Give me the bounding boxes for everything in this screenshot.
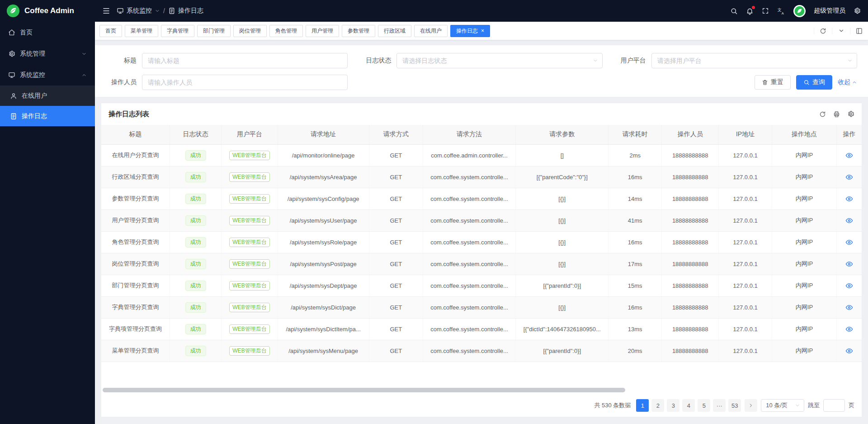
svg-text:A: A [782,11,784,15]
cell-location: 内网IP [772,296,836,318]
table-row-8: 字典项管理分页查询 成功 WEB管理后台 /api/system/sysDict… [101,318,862,340]
tab-9[interactable]: 在线用户 [414,25,448,37]
next-page-button[interactable] [745,399,757,412]
settings-gear-icon[interactable] [854,7,861,14]
app-title: Coffee Admin [24,6,74,15]
fullscreen-icon[interactable] [762,7,769,14]
cell-operator: 18888888888 [662,318,719,340]
translate-icon[interactable]: 文A [777,7,785,15]
tab-close-icon[interactable]: × [481,28,484,33]
tab-4[interactable]: 岗位管理 [233,25,267,37]
search-button[interactable]: 查询 [796,75,832,90]
tab-2[interactable]: 字典管理 [161,25,194,37]
platform-badge: WEB管理后台 [229,281,269,291]
content: 标题 日志状态 用户平台 [95,40,868,424]
cell-ip: 127.0.0.1 [719,231,772,253]
cell-method: GET [369,296,423,318]
cell-handler: com.coffee.system.controlle... [423,210,515,231]
tabbar: 首页 菜单管理 字典管理 部门管理 岗位管理 角色管理 用户管理 参数管理 行政… [95,22,868,40]
tab-1[interactable]: 菜单管理 [125,25,158,37]
avatar[interactable] [793,5,806,17]
reset-button[interactable]: 重置 [755,75,791,90]
tab-0[interactable]: 首页 [99,25,122,37]
cell-ip: 127.0.0.1 [719,253,772,275]
view-detail-eye-icon[interactable] [845,238,853,246]
view-detail-eye-icon[interactable] [845,347,853,355]
view-detail-eye-icon[interactable] [845,217,853,224]
cell-location: 内网IP [772,275,836,296]
refresh-icon[interactable] [819,111,826,118]
search-icon[interactable] [730,7,738,15]
platform-badge: WEB管理后台 [229,151,269,160]
pagination-total: 共 530 条数据 [594,401,631,410]
cell-ip: 127.0.0.1 [719,296,772,318]
notifications-bell-icon[interactable] [746,7,754,15]
cell-params: [{"parentId":0}] [516,275,609,296]
tab-7[interactable]: 参数管理 [342,25,375,37]
pagination-pages: 12345···53 [636,399,741,412]
view-detail-eye-icon[interactable] [845,152,853,159]
cell-handler: com.coffee.system.controlle... [423,275,515,296]
menu-fold-icon[interactable] [102,7,110,15]
page-button-2[interactable]: 2 [651,399,664,412]
filter-operator-field: 操作人员 [106,75,348,90]
layout-toggle-icon[interactable] [850,28,868,34]
status-select[interactable] [396,53,602,68]
view-detail-eye-icon[interactable] [845,282,853,290]
print-icon[interactable] [833,111,840,118]
page-button-···[interactable]: ··· [713,399,726,412]
cell-handler: com.coffee.system.controlle... [423,340,515,362]
sidebar-subitem-2-1[interactable]: 操作日志 [0,106,95,126]
tab-8[interactable]: 行政区域 [378,25,411,37]
username[interactable]: 超级管理员 [814,7,845,15]
cell-operator: 18888888888 [662,296,719,318]
page-button-53[interactable]: 53 [728,399,741,412]
sidebar-item-2[interactable]: 系统监控 [0,64,95,86]
page-button-4[interactable]: 4 [682,399,695,412]
jump-page-input[interactable] [823,399,845,412]
app-logo[interactable]: Coffee Admin [0,0,95,22]
page-button-3[interactable]: 3 [667,399,679,412]
view-detail-eye-icon[interactable] [845,260,853,268]
page-button-1[interactable]: 1 [636,399,649,412]
tabbar-tabs: 首页 菜单管理 字典管理 部门管理 岗位管理 角色管理 用户管理 参数管理 行政… [99,25,490,37]
sidebar-item-1[interactable]: 系统管理 [0,43,95,64]
topbar-right: 文A 超级管理员 [730,5,861,17]
page-button-5[interactable]: 5 [698,399,710,412]
platform-select[interactable] [651,53,857,68]
breadcrumb-page[interactable]: 操作日志 [168,7,203,15]
scrollbar-thumb[interactable] [103,388,625,392]
cell-handler: com.coffee.system.controlle... [423,188,515,210]
tab-10[interactable]: 操作日志 × [450,25,490,37]
operator-input[interactable] [142,75,348,90]
cell-platform: WEB管理后台 [222,275,278,296]
sidebar-subitem-2-0[interactable]: 在线用户 [0,86,95,106]
refresh-tab-icon[interactable] [814,28,832,34]
page-size-select[interactable]: 10 条/页 [761,399,804,412]
tab-menu-chevron-down-icon[interactable] [832,28,850,34]
breadcrumb-section[interactable]: 系统监控 [117,7,160,15]
sidebar-item-0[interactable]: 首页 [0,22,95,43]
cell-status: 成功 [170,340,221,362]
cell-method: GET [369,318,423,340]
cell-params: [{"parentCode":"0"}] [516,166,609,188]
collapse-link[interactable]: 收起 [838,78,857,86]
title-input[interactable] [142,53,348,68]
tab-3[interactable]: 部门管理 [197,25,231,37]
tab-5[interactable]: 角色管理 [269,25,303,37]
cell-title: 在线用户分页查询 [101,144,170,166]
table-header-row: 标题日志状态用户平台请求地址请求方式请求方法请求参数请求耗时操作人员IP地址操作… [101,125,862,144]
column-settings-icon[interactable] [847,110,854,118]
view-detail-eye-icon[interactable] [845,325,853,333]
platform-badge: WEB管理后台 [229,172,269,182]
cell-ip: 127.0.0.1 [719,210,772,231]
platform-badge: WEB管理后台 [229,238,269,247]
column-header-8: 操作人员 [662,125,719,144]
tab-6[interactable]: 用户管理 [306,25,339,37]
view-detail-eye-icon[interactable] [845,195,853,203]
view-detail-eye-icon[interactable] [845,304,853,311]
view-detail-eye-icon[interactable] [845,173,853,181]
status-badge: 成功 [185,302,206,313]
cell-status: 成功 [170,231,221,253]
cell-actions [836,144,862,166]
